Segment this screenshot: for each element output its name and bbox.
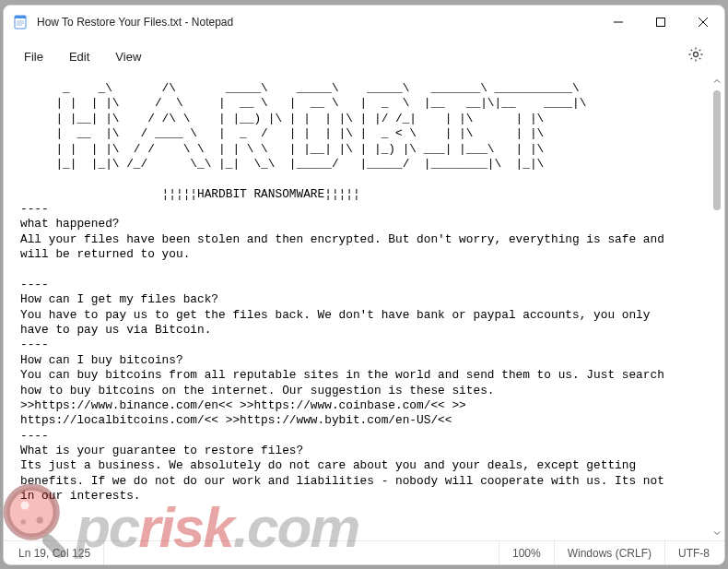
- window-controls: [597, 6, 724, 39]
- statusbar: Ln 19, Col 125 100% Windows (CRLF) UTF-8: [4, 540, 724, 564]
- minimize-button[interactable]: [597, 6, 640, 39]
- maximize-button[interactable]: [640, 6, 682, 39]
- settings-button[interactable]: [680, 41, 711, 72]
- gear-icon: [687, 46, 704, 66]
- svg-point-9: [694, 53, 699, 57]
- status-zoom[interactable]: 100%: [499, 541, 555, 564]
- menu-edit[interactable]: Edit: [56, 44, 102, 69]
- scroll-thumb[interactable]: [713, 90, 721, 210]
- status-line-ending: Windows (CRLF): [555, 541, 665, 564]
- status-encoding: UTF-8: [665, 541, 722, 564]
- menu-view[interactable]: View: [102, 44, 154, 69]
- text-editor[interactable]: _ _\ /\ _____\ _____\ _____\ _______\ __…: [4, 74, 710, 540]
- close-button[interactable]: [682, 6, 724, 39]
- notepad-window: How To Restore Your Files.txt - Notepad …: [3, 5, 725, 565]
- vertical-scrollbar[interactable]: [710, 74, 724, 540]
- status-cursor-position: Ln 19, Col 125: [6, 541, 104, 564]
- notepad-app-icon: [13, 15, 28, 30]
- svg-rect-6: [657, 18, 665, 27]
- menubar: File Edit View: [4, 39, 724, 74]
- content-area: _ _\ /\ _____\ _____\ _____\ _______\ __…: [4, 74, 724, 540]
- window-title: How To Restore Your Files.txt - Notepad: [37, 16, 597, 29]
- titlebar[interactable]: How To Restore Your Files.txt - Notepad: [4, 6, 724, 39]
- menu-file[interactable]: File: [11, 44, 56, 69]
- svg-rect-1: [15, 16, 26, 18]
- scroll-down-button[interactable]: [710, 526, 724, 540]
- scroll-up-button[interactable]: [710, 74, 724, 89]
